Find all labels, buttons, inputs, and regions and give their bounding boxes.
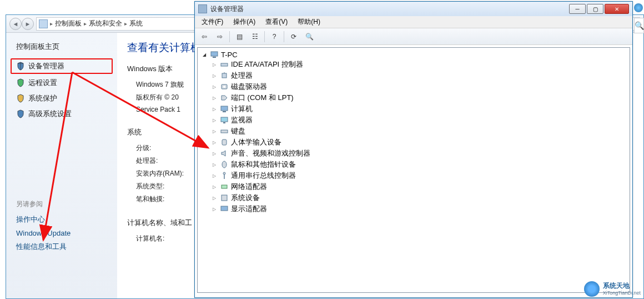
tree-node[interactable]: 计算机 bbox=[211, 103, 626, 114]
maximize-button[interactable]: ▢ bbox=[587, 4, 603, 14]
collapse-icon[interactable] bbox=[201, 51, 208, 58]
sidebar-item-system-protection[interactable]: 系统保护 bbox=[6, 91, 117, 106]
tree-node-label: IDE ATA/ATAPI 控制器 bbox=[231, 59, 303, 69]
tree-root-node[interactable]: T-PC bbox=[201, 50, 626, 59]
tree-node-label: 监视器 bbox=[231, 115, 253, 125]
svg-rect-0 bbox=[211, 52, 218, 56]
device-tree[interactable]: T-PC IDE ATA/ATAPI 控制器处理器磁盘驱动器端口 (COM 和 … bbox=[197, 47, 630, 293]
tree-node[interactable]: 通用串行总线控制器 bbox=[211, 170, 626, 181]
disk-icon bbox=[220, 82, 229, 91]
back-button[interactable]: ⇦ bbox=[198, 31, 210, 43]
sidebar-home-link[interactable]: 控制面板主页 bbox=[6, 42, 117, 57]
tree-node-label: 磁盘驱动器 bbox=[231, 82, 267, 92]
device-manager-window: 设备管理器 ─ ▢ 文件(F) 操作(A) 查看(V) 帮助(H) ⇦ ⇨ ▤ … bbox=[194, 1, 633, 298]
sound-icon bbox=[220, 149, 229, 158]
link-perf-tools[interactable]: 性能信息和工具 bbox=[6, 240, 117, 254]
forward-button[interactable]: ⇨ bbox=[214, 31, 226, 43]
scan-hardware-icon[interactable]: ⟳ bbox=[288, 31, 300, 43]
expand-icon[interactable] bbox=[211, 161, 218, 168]
shield-icon bbox=[16, 94, 25, 103]
close-button[interactable] bbox=[605, 4, 629, 14]
refresh-icon[interactable]: 🔍 bbox=[303, 31, 315, 43]
tree-node-label: 网络适配器 bbox=[231, 182, 267, 192]
sidebar-item-remote[interactable]: 远程设置 bbox=[6, 75, 117, 91]
sidebar-item-device-manager[interactable]: 设备管理器 bbox=[11, 58, 113, 74]
svg-point-13 bbox=[222, 161, 227, 168]
chevron-right-icon: ▸ bbox=[50, 21, 53, 27]
expand-icon[interactable] bbox=[211, 61, 218, 68]
expand-icon[interactable] bbox=[211, 94, 218, 101]
tree-node[interactable]: 网络适配器 bbox=[211, 181, 626, 192]
see-also-label: 另请参阅 bbox=[6, 200, 117, 212]
tree-node[interactable]: 人体学输入设备 bbox=[211, 137, 626, 148]
svg-rect-10 bbox=[223, 122, 225, 123]
tree-node[interactable]: 监视器 bbox=[211, 114, 626, 126]
breadcrumb-l1[interactable]: 系统和安全 bbox=[89, 19, 122, 28]
link-action-center[interactable]: 操作中心 bbox=[6, 212, 117, 227]
search-icon[interactable]: 🔍 bbox=[634, 18, 644, 33]
minimize-button[interactable]: ─ bbox=[569, 4, 586, 14]
svg-rect-12 bbox=[222, 139, 227, 145]
nav-arrows: ◄ ► bbox=[9, 18, 34, 30]
tree-node[interactable]: 显示适配器 bbox=[211, 203, 626, 215]
shield-icon bbox=[16, 109, 25, 118]
expand-icon[interactable] bbox=[211, 195, 218, 201]
sidebar-item-label: 远程设置 bbox=[28, 78, 57, 88]
svg-rect-11 bbox=[221, 130, 228, 133]
shield-icon bbox=[16, 78, 25, 87]
sidebar-item-label: 设备管理器 bbox=[28, 61, 64, 71]
expand-icon[interactable] bbox=[211, 117, 218, 123]
menu-file[interactable]: 文件(F) bbox=[197, 16, 228, 28]
tree-node[interactable]: 键盘 bbox=[211, 126, 626, 137]
expand-icon[interactable] bbox=[211, 139, 218, 146]
expand-icon[interactable] bbox=[211, 172, 218, 179]
svg-point-14 bbox=[223, 172, 225, 175]
tree-node[interactable]: 磁盘驱动器 bbox=[211, 81, 626, 92]
separator bbox=[284, 31, 284, 42]
tree-node[interactable]: IDE ATA/ATAPI 控制器 bbox=[211, 59, 626, 70]
ide-icon bbox=[220, 60, 229, 69]
tree-node-label: 人体学输入设备 bbox=[231, 137, 281, 147]
forward-button[interactable]: ► bbox=[22, 18, 34, 30]
titlebar[interactable]: 设备管理器 ─ ▢ bbox=[195, 2, 632, 16]
breadcrumb-root[interactable]: 控制面板 bbox=[55, 19, 82, 28]
tree-node[interactable]: 端口 (COM 和 LPT) bbox=[211, 92, 626, 103]
menu-help[interactable]: 帮助(H) bbox=[293, 16, 325, 28]
link-windows-update[interactable]: Windows Update bbox=[6, 227, 117, 240]
menu-action[interactable]: 操作(A) bbox=[229, 16, 260, 28]
help-icon[interactable]: ? bbox=[268, 31, 280, 43]
tree-node[interactable]: 系统设备 bbox=[211, 192, 626, 203]
globe-icon bbox=[584, 281, 600, 297]
sidebar-item-label: 系统保护 bbox=[28, 93, 57, 103]
sidebar-item-label: 高级系统设置 bbox=[28, 109, 72, 119]
tree-node-label: 键盘 bbox=[231, 126, 245, 136]
back-button[interactable]: ◄ bbox=[9, 18, 22, 30]
sidebar-item-advanced[interactable]: 高级系统设置 bbox=[6, 106, 117, 122]
computer-icon bbox=[210, 50, 219, 59]
control-panel-icon bbox=[39, 19, 48, 28]
expand-icon[interactable] bbox=[211, 150, 218, 157]
svg-rect-2 bbox=[221, 63, 228, 66]
tree-node[interactable]: 鼠标和其他指针设备 bbox=[211, 159, 626, 170]
svg-rect-17 bbox=[222, 195, 227, 201]
svg-rect-7 bbox=[221, 106, 228, 111]
chevron-right-icon: ▸ bbox=[84, 21, 87, 27]
menu-view[interactable]: 查看(V) bbox=[261, 16, 292, 28]
partial-title-icon bbox=[634, 3, 643, 12]
svg-rect-1 bbox=[213, 57, 216, 58]
expand-icon[interactable] bbox=[211, 183, 218, 190]
properties-icon[interactable]: ☷ bbox=[249, 31, 261, 43]
breadcrumb-l2[interactable]: 系统 bbox=[129, 19, 143, 28]
computer-icon bbox=[220, 104, 229, 113]
device-manager-icon bbox=[198, 4, 207, 13]
sidebar-footer: 另请参阅 操作中心 Windows Update 性能信息和工具 bbox=[6, 122, 117, 254]
expand-icon[interactable] bbox=[211, 72, 218, 79]
tree-node[interactable]: 声音、视频和游戏控制器 bbox=[211, 148, 626, 159]
expand-icon[interactable] bbox=[211, 83, 218, 90]
expand-icon[interactable] bbox=[211, 128, 218, 134]
hid-icon bbox=[220, 138, 229, 147]
show-hide-console-icon[interactable]: ▤ bbox=[233, 31, 245, 43]
expand-icon[interactable] bbox=[211, 106, 218, 112]
tree-node[interactable]: 处理器 bbox=[211, 70, 626, 81]
expand-icon[interactable] bbox=[211, 206, 218, 212]
